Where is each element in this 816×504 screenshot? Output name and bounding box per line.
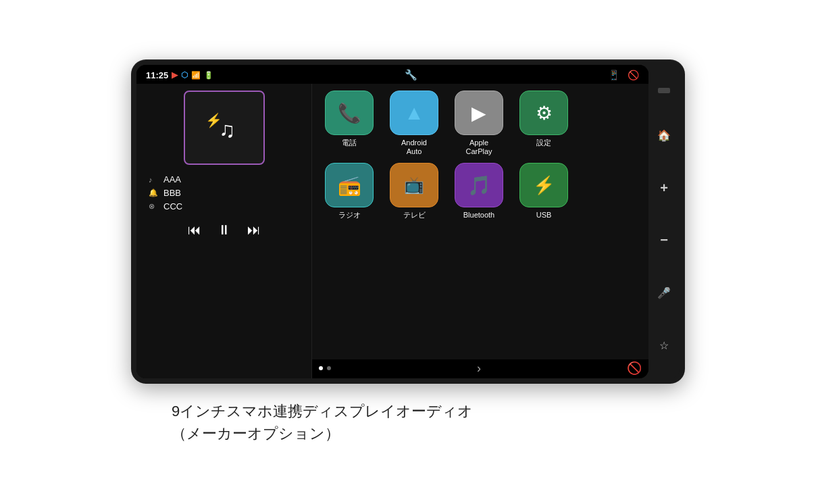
app-carplay[interactable]: ▶ AppleCarPlay — [451, 91, 507, 156]
app-usb[interactable]: ⚡ USB — [516, 163, 571, 220]
app-radio[interactable]: 📻 ラジオ — [322, 163, 377, 220]
phone-icon[interactable]: 📱 — [608, 70, 619, 80]
bluetooth-label: Bluetooth — [463, 211, 494, 220]
radio-icon-box: 📻 — [325, 163, 374, 207]
bottom-nav: › 🚫 — [312, 359, 648, 378]
track-info: ♪ AAA 🔔 BBB ⊗ CCC — [146, 174, 302, 211]
denwa-icon-box: 📞 — [325, 91, 374, 135]
track-row-artist: 🔔 BBB — [149, 188, 302, 198]
app-grid-row-2: 📻 ラジオ 📺 テレビ 🎵 — [322, 163, 639, 220]
app-bluetooth[interactable]: 🎵 Bluetooth — [451, 163, 507, 220]
pause-button[interactable]: ⏸ — [218, 222, 231, 238]
bluetooth-icon: ⬡ — [181, 70, 188, 80]
status-center: 🔧 — [405, 69, 417, 81]
favorite-button[interactable]: ☆ — [654, 335, 674, 355]
radio-icon: 📻 — [338, 174, 361, 197]
svg-text:♫: ♫ — [219, 118, 235, 142]
next-button[interactable]: ⏭ — [247, 222, 261, 238]
volume-up-button[interactable]: + — [654, 178, 674, 198]
page-dots — [319, 366, 331, 370]
caption-line1: 9インチスマホ連携ディスプレイオーディオ — [172, 400, 473, 422]
track-row-name: ♪ AAA — [149, 174, 302, 184]
phone-app-icon: 📞 — [338, 102, 361, 124]
usb-icon: ⚡ — [533, 175, 555, 196]
no-music-icon[interactable]: 🚫 — [627, 361, 642, 376]
settings-label: 設定 — [536, 138, 551, 147]
settings-icon-box: ⚙ — [519, 91, 568, 135]
settings-gear-icon: ⚙ — [536, 102, 553, 124]
android-auto-icon: ▲ — [404, 101, 424, 124]
music-status-icon: ▶ — [172, 70, 178, 80]
battery-icon: 🔋 — [204, 71, 213, 80]
signal-icon: 📶 — [191, 71, 201, 80]
dot-2 — [327, 366, 331, 370]
tv-icon: 📺 — [404, 176, 424, 195]
wrench-icon[interactable]: 🔧 — [405, 69, 417, 81]
track-name: AAA — [163, 174, 181, 184]
carplay-icon-box: ▶ — [455, 91, 503, 135]
voice-button[interactable]: 🎤 — [654, 282, 674, 303]
music-panel: ⚡ ♫ ♪ AAA 🔔 BBB — [136, 84, 312, 378]
tv-icon-box: 📺 — [390, 163, 438, 207]
apps-panel: 📞 電話 ▲ AndroidAuto ▶ — [312, 84, 648, 378]
album-art: ⚡ ♫ — [184, 91, 265, 165]
app-android-auto[interactable]: ▲ AndroidAuto — [386, 91, 442, 156]
dot-1 — [319, 366, 323, 370]
time-display: 11:25 — [146, 70, 168, 80]
main-content: ⚡ ♫ ♪ AAA 🔔 BBB — [136, 84, 648, 378]
carplay-label: AppleCarPlay — [465, 138, 492, 156]
no-entry-icon[interactable]: 🚫 — [628, 70, 639, 80]
app-denwa[interactable]: 📞 電話 — [322, 91, 377, 156]
prev-button[interactable]: ⏮ — [188, 222, 201, 238]
music-note-icon: ♪ — [149, 176, 158, 184]
track-row-album: ⊗ CCC — [149, 201, 302, 211]
usb-label: USB — [536, 211, 552, 220]
volume-down-button[interactable]: − — [654, 230, 674, 251]
album-art-icon: ⚡ ♫ — [204, 105, 245, 151]
home-button[interactable]: 🏠 — [654, 125, 674, 145]
tv-label: テレビ — [403, 211, 426, 220]
right-sidebar: 🏠 + − 🎤 ☆ — [648, 65, 680, 378]
radio-label: ラジオ — [338, 211, 361, 220]
power-indicator — [658, 88, 670, 93]
screen-area: 11:25 ▶ ⬡ 📶 🔋 🔧 📱 🚫 — [136, 65, 648, 378]
carplay-icon: ▶ — [471, 102, 486, 124]
device-shell: 11:25 ▶ ⬡ 📶 🔋 🔧 📱 🚫 — [131, 59, 685, 384]
bluetooth-app-icon: 🎵 — [467, 174, 491, 197]
app-tv[interactable]: 📺 テレビ — [386, 163, 442, 220]
usb-icon-box: ⚡ — [519, 163, 568, 207]
playback-controls: ⏮ ⏸ ⏭ — [146, 222, 302, 238]
page-container: 11:25 ▶ ⬡ 📶 🔋 🔧 📱 🚫 — [131, 59, 685, 445]
status-left: 11:25 ▶ ⬡ 📶 🔋 — [146, 70, 213, 80]
app-grid-row-1: 📞 電話 ▲ AndroidAuto ▶ — [322, 91, 639, 156]
bluetooth-icon-box: 🎵 — [455, 163, 503, 207]
android-label: AndroidAuto — [401, 138, 427, 156]
status-right: 📱 🚫 — [608, 70, 639, 80]
album-name: CCC — [163, 201, 182, 211]
artist-name: BBB — [163, 188, 181, 198]
bell-icon: 🔔 — [149, 188, 158, 197]
status-bar: 11:25 ▶ ⬡ 📶 🔋 🔧 📱 🚫 — [136, 65, 648, 84]
android-icon-box: ▲ — [390, 91, 438, 135]
disc-icon: ⊗ — [149, 202, 158, 211]
caption: 9インチスマホ連携ディスプレイオーディオ （メーカーオプション） — [172, 400, 473, 445]
next-page-arrow[interactable]: › — [477, 361, 481, 376]
denwa-label: 電話 — [342, 138, 357, 147]
app-settings[interactable]: ⚙ 設定 — [516, 91, 571, 156]
caption-line2: （メーカーオプション） — [172, 422, 473, 445]
